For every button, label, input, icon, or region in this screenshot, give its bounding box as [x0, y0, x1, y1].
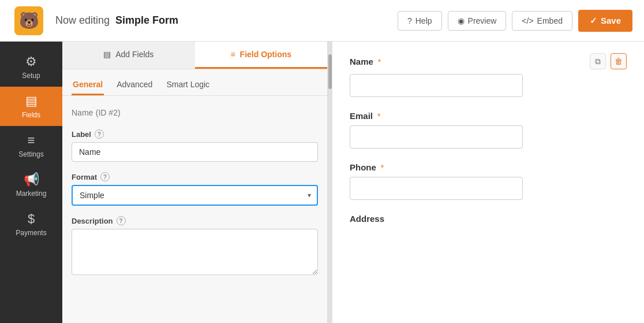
eye-icon: ◉ — [458, 16, 465, 25]
format-group: Format ? Simple Full Name First Last ▾ — [72, 172, 318, 206]
label-input[interactable] — [72, 142, 318, 162]
required-star-phone: * — [381, 163, 384, 172]
format-select-wrapper: Simple Full Name First Last ▾ — [72, 185, 318, 206]
preview-field-email-header: Email * — [350, 111, 627, 121]
settings-icon: ≡ — [28, 133, 35, 148]
description-label: Description ? — [72, 216, 318, 225]
required-star-email: * — [377, 112, 380, 121]
embed-button[interactable]: </> Embed — [512, 11, 572, 31]
form-title: Now editing Simple Form — [55, 14, 388, 27]
logo-area: 🐻 — [12, 3, 46, 38]
center-panel: ▤ Add Fields ≡ Field Options General Adv… — [62, 42, 328, 323]
trash-icon: 🗑 — [615, 57, 623, 66]
help-button[interactable]: ? Help — [398, 11, 442, 31]
preview-field-name-actions: ⧉ 🗑 — [590, 53, 627, 69]
field-options-icon: ≡ — [230, 50, 235, 59]
scroll-thumb — [328, 54, 332, 89]
field-options-content: Name (ID #2) Label ? Format ? S — [62, 96, 327, 323]
check-icon: ✓ — [590, 16, 597, 26]
description-textarea[interactable] — [72, 229, 318, 275]
question-icon: ? — [407, 16, 412, 25]
label-help-icon[interactable]: ? — [95, 129, 104, 139]
preview-label-email: Email * — [350, 111, 380, 121]
sidebar: ⚙ Setup ▤ Fields ≡ Settings 📢 Marketing … — [0, 42, 62, 323]
duplicate-field-button[interactable]: ⧉ — [590, 53, 606, 69]
header-actions: ? Help ◉ Preview </> Embed ✓ Save — [398, 10, 632, 32]
scrollbar[interactable] — [328, 42, 332, 323]
tab-add-fields[interactable]: ▤ Add Fields — [62, 42, 195, 69]
preview-field-name: Name * ⧉ 🗑 — [350, 53, 627, 97]
gear-icon: ⚙ — [25, 54, 37, 69]
preview-field-address-header: Address — [350, 214, 627, 224]
sidebar-item-payments[interactable]: $ Payments — [0, 205, 62, 244]
tab-field-options[interactable]: ≡ Field Options — [195, 42, 328, 69]
preview-label-phone: Phone * — [350, 162, 384, 172]
field-title: Name (ID #2) — [72, 107, 318, 118]
sub-tab-general[interactable]: General — [72, 75, 104, 95]
preview-label-name: Name * — [350, 57, 381, 66]
label-label: Label ? — [72, 129, 318, 139]
label-group: Label ? — [72, 129, 318, 162]
sidebar-item-fields[interactable]: ▤ Fields — [0, 87, 62, 126]
brand-logo: 🐻 — [14, 6, 43, 35]
marketing-icon: 📢 — [24, 172, 39, 187]
delete-field-button[interactable]: 🗑 — [611, 53, 627, 69]
preview-button[interactable]: ◉ Preview — [448, 11, 507, 31]
format-label: Format ? — [72, 172, 318, 181]
main-tabs: ▤ Add Fields ≡ Field Options — [62, 42, 327, 69]
format-select[interactable]: Simple Full Name First Last — [72, 185, 318, 206]
preview-input-email — [350, 125, 523, 148]
sub-tab-advanced[interactable]: Advanced — [115, 75, 153, 95]
format-help-icon[interactable]: ? — [100, 172, 110, 181]
preview-input-phone — [350, 177, 523, 200]
sub-tab-smart-logic[interactable]: Smart Logic — [165, 75, 211, 95]
preview-field-phone-header: Phone * — [350, 162, 627, 172]
preview-field-name-header: Name * ⧉ 🗑 — [350, 53, 627, 69]
form-preview: Name * ⧉ 🗑 Email * — [332, 42, 644, 323]
save-button[interactable]: ✓ Save — [578, 10, 632, 32]
sidebar-item-marketing[interactable]: 📢 Marketing — [0, 165, 62, 205]
description-group: Description ? — [72, 216, 318, 277]
preview-field-phone: Phone * — [350, 162, 627, 200]
preview-input-name — [350, 74, 523, 97]
header: 🐻 Now editing Simple Form ? Help ◉ Previ… — [0, 0, 644, 42]
preview-label-address: Address — [350, 214, 384, 224]
description-help-icon[interactable]: ? — [117, 216, 126, 225]
sidebar-item-settings[interactable]: ≡ Settings — [0, 126, 62, 165]
sub-tabs: General Advanced Smart Logic — [62, 69, 327, 96]
copy-icon: ⧉ — [595, 57, 601, 66]
main-layout: ⚙ Setup ▤ Fields ≡ Settings 📢 Marketing … — [0, 42, 644, 323]
payments-icon: $ — [28, 211, 35, 227]
preview-field-email: Email * — [350, 111, 627, 148]
add-fields-icon: ▤ — [103, 50, 111, 59]
required-star-name: * — [378, 57, 381, 66]
code-icon: </> — [522, 16, 533, 25]
fields-icon: ▤ — [25, 94, 38, 109]
preview-field-address: Address — [350, 214, 627, 224]
sidebar-item-setup[interactable]: ⚙ Setup — [0, 47, 62, 87]
